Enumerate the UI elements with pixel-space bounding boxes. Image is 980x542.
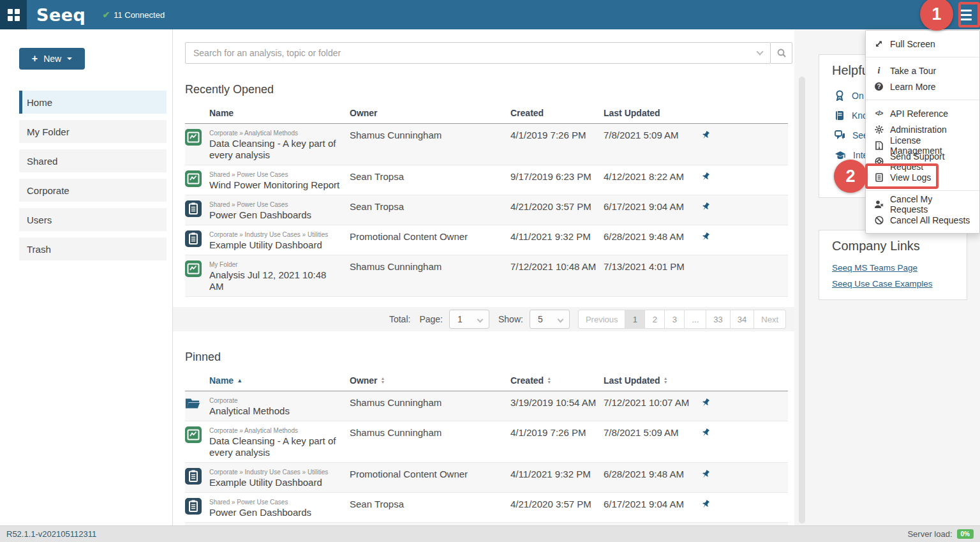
search-button[interactable]	[770, 42, 792, 64]
pin-icon[interactable]	[695, 425, 788, 438]
updated-cell: 7/8/2021 5:09 AM	[604, 425, 695, 438]
table-row[interactable]: Corporate » Analytical Methods Data Clea…	[185, 124, 788, 165]
owner-cell: Shamus Cunningham	[350, 128, 510, 140]
menu-item-api-reference[interactable]: </> API Reference	[866, 105, 979, 121]
topic-icon	[185, 497, 209, 515]
pin-icon[interactable]	[695, 128, 788, 140]
item-name-link[interactable]: Wind Power Monitoring Report	[209, 179, 350, 191]
book-icon	[835, 110, 845, 121]
table-row[interactable]: My Folder Analysis Jul 12, 2021 10:48 AM…	[185, 255, 788, 297]
owner-cell: Shamus Cunningham	[350, 259, 510, 272]
item-name-link[interactable]: Data Cleansing - A key part of every ana…	[209, 138, 350, 161]
table-row[interactable]: Corporate Analytical Methods Shamus Cunn…	[185, 391, 788, 421]
company-link-ms-teams[interactable]: Seeq MS Teams Page	[832, 263, 967, 273]
breadcrumb[interactable]: Shared » Power Use Cases	[209, 171, 350, 178]
ban-icon	[873, 216, 884, 225]
breadcrumb[interactable]: Corporate » Industry Use Cases » Utiliti…	[209, 231, 350, 238]
new-button[interactable]: + New	[19, 48, 85, 70]
sidebar-item-trash[interactable]: Trash	[19, 237, 167, 260]
menu-item-learn-more[interactable]: ? Learn More	[866, 79, 979, 94]
menu-item-cancel-all-requests[interactable]: Cancel All Requests	[866, 212, 979, 228]
pin-icon[interactable]	[695, 229, 788, 242]
search-input[interactable]	[185, 42, 771, 64]
breadcrumb[interactable]: My Folder	[209, 261, 350, 268]
pin-icon[interactable]	[695, 395, 788, 408]
pin-icon[interactable]	[695, 467, 788, 479]
breadcrumb[interactable]: Corporate » Industry Use Cases » Utiliti…	[209, 469, 350, 476]
pagination-button-1[interactable]: 1	[625, 310, 645, 329]
vertical-scrollbar[interactable]	[799, 77, 805, 523]
item-name-link[interactable]: Analysis Jul 12, 2021 10:48 AM	[209, 269, 350, 292]
sidebar-item-my-folder[interactable]: My Folder	[19, 120, 167, 143]
item-name-link[interactable]: Data Cleansing - A key part of every ana…	[209, 435, 350, 458]
item-name-link[interactable]: Power Gen Dashboards	[209, 209, 350, 221]
breadcrumb[interactable]: Corporate	[209, 397, 350, 404]
column-header-owner[interactable]: Owner ▲▼	[350, 375, 510, 386]
column-header-last-updated[interactable]: Last Updated ▲▼	[604, 375, 695, 386]
agents-connected-status[interactable]: ✔ 11 Connected	[102, 10, 165, 20]
menu-item-cancel-my-requests[interactable]: Cancel My Requests	[866, 196, 979, 212]
pagination-button-previous[interactable]: Previous	[578, 310, 626, 329]
pin-icon[interactable]	[695, 169, 788, 182]
show-select-value: 5	[538, 314, 543, 324]
pagination-bar: Total: Page: 1 Show: 5 Previous 1 2 3 ..…	[173, 307, 794, 331]
pinned-title: Pinned	[185, 350, 794, 364]
menu-item-label: API Reference	[890, 109, 948, 119]
column-header-created[interactable]: Created ▲▼	[510, 375, 604, 386]
sidebar-item-users[interactable]: Users	[19, 208, 167, 231]
item-name-link[interactable]: Analytical Methods	[209, 405, 350, 417]
updated-cell: 6/28/2021 9:48 AM	[604, 229, 695, 242]
pin-icon[interactable]	[695, 497, 788, 509]
owner-cell: Sean Tropsa	[350, 199, 510, 212]
item-name-link[interactable]: Power Gen Dashboards	[209, 507, 350, 518]
app-switcher-button[interactable]	[0, 0, 27, 29]
item-name-link[interactable]: Example Utility Dashboard	[209, 239, 350, 251]
new-button-label: New	[43, 54, 61, 64]
menu-item-full-screen[interactable]: Full Screen	[866, 36, 979, 52]
caret-down-icon[interactable]	[67, 57, 72, 63]
show-label: Show:	[498, 314, 523, 324]
company-link-use-cases[interactable]: Seeq Use Case Examples	[832, 279, 967, 289]
pagination-button-ellipsis[interactable]: ...	[684, 310, 706, 329]
main-content: Recently Opened Name Owner Created Last …	[173, 29, 794, 525]
page-label: Page:	[419, 314, 443, 324]
pagination-button-33[interactable]: 33	[706, 310, 730, 329]
pagination-button-next[interactable]: Next	[754, 310, 786, 329]
column-header-label: Owner	[350, 375, 378, 386]
connected-label: 11 Connected	[114, 10, 165, 20]
breadcrumb[interactable]: Shared » Power Use Cases	[209, 499, 350, 506]
page-select-value: 1	[457, 314, 463, 324]
page-select[interactable]: 1	[449, 310, 489, 329]
breadcrumb[interactable]: Corporate » Analytical Methods	[209, 130, 350, 137]
pin-icon[interactable]	[695, 199, 788, 212]
pin-icon-empty[interactable]	[695, 259, 788, 262]
created-cell: 4/11/2021 9:32 PM	[510, 467, 604, 479]
breadcrumb[interactable]: Corporate » Analytical Methods	[209, 427, 350, 434]
show-select[interactable]: 5	[530, 310, 570, 329]
owner-cell: Promotional Content Owner	[350, 229, 510, 242]
gear-icon	[873, 125, 884, 134]
table-row[interactable]: Corporate » Industry Use Cases » Utiliti…	[185, 225, 788, 255]
column-header-last-updated: Last Updated	[604, 108, 695, 118]
table-row[interactable]: Corporate » Analytical Methods Data Clea…	[185, 421, 788, 463]
pagination-button-3[interactable]: 3	[664, 310, 685, 329]
chevron-down-icon	[477, 316, 484, 322]
plus-icon: +	[32, 53, 38, 64]
breadcrumb[interactable]: Shared » Power Use Cases	[209, 201, 350, 208]
sidebar-item-home[interactable]: Home	[19, 91, 167, 114]
menu-item-take-a-tour[interactable]: i Take a Tour	[866, 63, 979, 79]
annotation-box-hamburger	[958, 2, 980, 27]
column-header-name[interactable]: Name ▲	[209, 375, 350, 386]
seeq-logo[interactable]: Seeq	[36, 6, 85, 24]
sidebar-item-label: Home	[27, 97, 52, 108]
item-name-link[interactable]: Example Utility Dashboard	[209, 477, 350, 488]
table-row[interactable]: Shared » Power Use Cases Power Gen Dashb…	[185, 195, 788, 225]
pagination-button-2[interactable]: 2	[644, 310, 665, 329]
table-row[interactable]: Shared » Power Use Cases Wind Power Moni…	[185, 165, 788, 195]
table-row[interactable]: Shared » Power Use Cases Power Gen Dashb…	[185, 493, 788, 523]
pagination-button-34[interactable]: 34	[730, 310, 754, 329]
sidebar-item-corporate[interactable]: Corporate	[19, 179, 167, 202]
table-row[interactable]: Corporate » Industry Use Cases » Utiliti…	[185, 463, 788, 493]
sidebar-item-shared[interactable]: Shared	[19, 149, 167, 172]
created-cell: 4/21/2020 3:57 PM	[510, 199, 604, 212]
